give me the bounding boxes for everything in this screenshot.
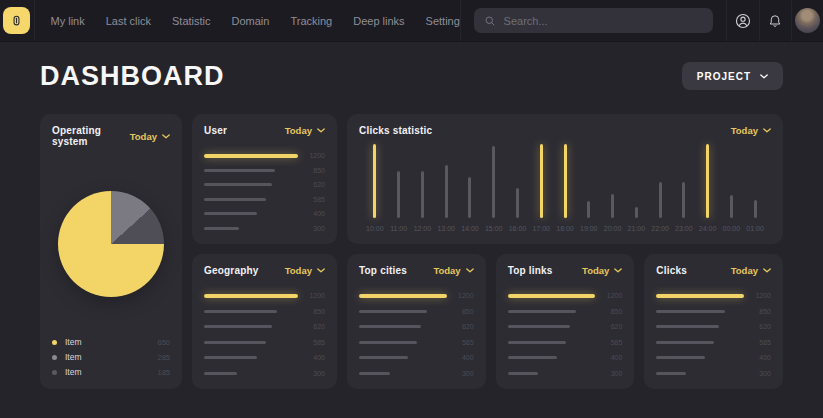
divider [460,0,461,41]
time-label: 01:00 [746,225,764,232]
vbar-track [672,144,696,218]
bar-value: 620 [744,323,771,330]
hbar-chart: 1200850620585400300 [656,292,771,377]
account-button[interactable] [726,0,758,41]
bar-value: 1200 [744,292,771,299]
nav-item-tracking[interactable]: Tracking [290,15,332,27]
bar [359,356,408,359]
page-title: DASHBOARD [40,61,225,92]
bar-track [204,356,298,360]
nav-item-deep-links[interactable]: Deep links [353,15,404,27]
bar-value: 1200 [595,292,622,299]
vbar-column: 14:00 [458,144,482,232]
period-label: Today [285,125,312,136]
chevron-down-icon [760,74,768,79]
nav-item-last-click[interactable]: Last click [106,15,151,27]
vbar-track [601,144,625,218]
vbar-track [529,144,553,218]
vbar [730,195,733,218]
nav-item-domain[interactable]: Domain [232,15,270,27]
hbar-chart: 1200850620585400300 [204,292,325,377]
vbar [587,201,590,218]
avatar-cell[interactable] [791,0,823,41]
bar-track [204,340,298,344]
vbar-column: 15:00 [482,144,506,232]
vbar-column: 11:00 [387,144,411,232]
chevron-down-icon [317,128,325,133]
time-label: 24:00 [699,225,717,232]
bar-value: 620 [298,323,325,330]
legend-dot-icon [52,370,57,375]
bar-row: 1200 [508,292,623,299]
bar [656,294,744,298]
period-dropdown[interactable]: Today [582,265,622,276]
bar-row: 300 [204,370,325,377]
notifications-button[interactable] [759,0,791,41]
bar [508,372,539,375]
dashboard-app: My linkLast clickStatisticDomainTracking… [0,0,823,418]
legend-label: Item [65,352,157,362]
bar [656,310,724,313]
bar-row: 620 [204,323,325,330]
vbar-track [506,144,530,218]
time-label: 23:00 [675,225,693,232]
bar-track [508,340,596,344]
bar-track [359,371,447,375]
period-dropdown[interactable]: Today [433,265,473,276]
bar [204,212,257,215]
search-box[interactable] [474,8,714,33]
avatar [795,8,820,33]
vbar [373,144,376,218]
user-circle-icon [734,12,752,30]
bar-value: 620 [447,323,474,330]
legend-row: Item185 [52,367,170,377]
search-input[interactable] [504,15,704,27]
bar-value: 850 [744,308,771,315]
bar-row: 400 [508,354,623,361]
vbar-track [624,144,648,218]
bar-value: 400 [447,354,474,361]
bar-value: 1200 [298,292,325,299]
bar [204,294,298,298]
vbar-track [577,144,601,218]
bar-row: 850 [204,167,325,174]
bar-row: 850 [204,308,325,315]
bar-value: 300 [298,225,325,232]
card-title: Geography [204,265,259,276]
pie-legend: Item650Item285Item185 [52,337,170,377]
bar-row: 1200 [359,292,474,299]
period-dropdown[interactable]: Today [285,265,325,276]
bar-value: 585 [744,339,771,346]
nav-item-my-link[interactable]: My link [51,15,85,27]
card-head: Top links Today [508,265,623,276]
nav-item-setting[interactable]: Setting [426,15,460,27]
app-logo[interactable] [3,7,30,34]
period-dropdown[interactable]: Today [285,125,325,136]
bar-track [204,309,298,313]
page-head: DASHBOARD PROJECT [40,59,783,93]
vbar-column: 21:00 [624,144,648,232]
bar-value: 400 [298,210,325,217]
project-dropdown[interactable]: PROJECT [682,62,783,90]
bar-row: 400 [204,210,325,217]
card-top-cities: Top cities Today 1200850620585400300 [347,254,486,389]
card-title: Operating system [52,125,130,147]
bar-track [204,212,298,216]
vbar-column: 01:00 [743,144,767,232]
vbar-column: 23:00 [672,144,696,232]
bar-track [508,325,596,329]
bar-row: 300 [508,370,623,377]
paperclip-icon [10,14,23,27]
legend-value: 285 [157,353,170,362]
vbar [397,171,400,218]
bar [204,183,272,186]
time-label: 15:00 [485,225,503,232]
bar-track [204,371,298,375]
bar-row: 400 [359,354,474,361]
nav-item-statistic[interactable]: Statistic [172,15,211,27]
period-dropdown[interactable]: Today [731,265,771,276]
period-dropdown[interactable]: Today [731,125,771,136]
card-head: Geography Today [204,265,325,276]
hbar-chart: 1200850620585400300 [204,152,325,232]
period-dropdown[interactable]: Today [130,131,170,142]
